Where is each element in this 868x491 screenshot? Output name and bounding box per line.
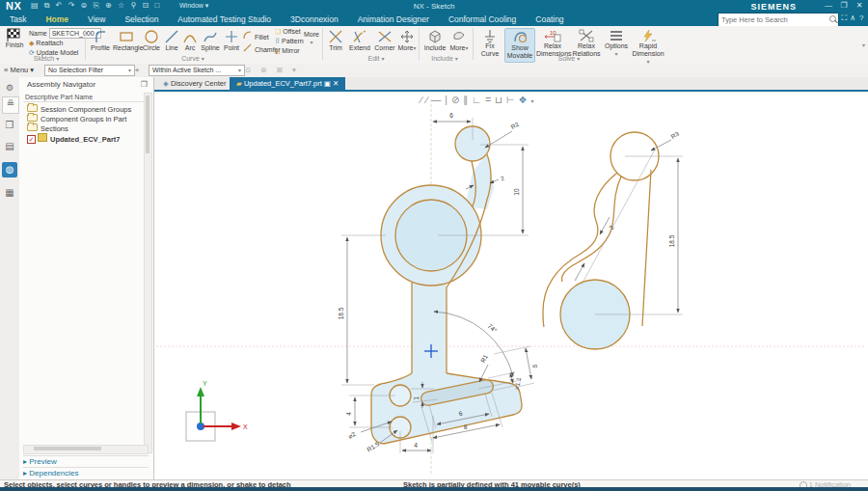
web-browser-icon[interactable]: ◍	[2, 162, 17, 177]
right-profile-curves[interactable]	[543, 132, 659, 349]
menu-button[interactable]: ≡ Menu ▾	[4, 66, 34, 74]
part-icon	[38, 133, 47, 142]
selection-filter-dropdown[interactable]: No Selection Filter ▾	[44, 65, 135, 76]
tab-coating[interactable]: Coating	[526, 13, 573, 26]
corner-icon	[377, 29, 393, 44]
roles-icon[interactable]: ▦	[2, 185, 17, 201]
svg-text:18.5[interactable]: 18.5	[338, 307, 344, 319]
minimize-button[interactable]: —	[822, 1, 835, 12]
tab-view[interactable]: View	[78, 13, 115, 26]
sketch-drawing[interactable]: 6 R2 2 10	[154, 92, 868, 479]
siemens-brand: SIEMENS	[750, 2, 797, 12]
tab-3dconnexion[interactable]: 3Dconnexion	[281, 13, 348, 26]
svg-text:R3[interactable]: R3	[669, 130, 680, 141]
help-icon[interactable]: ?	[859, 14, 868, 22]
line-icon	[164, 29, 179, 44]
collapse-ribbon-icon[interactable]: ∧	[850, 14, 855, 22]
tree-item-session-groups[interactable]: Session Component Groups	[27, 104, 143, 114]
line-button[interactable]: Line	[163, 29, 180, 52]
svg-text:4[interactable]: 4	[414, 442, 418, 449]
svg-text:=1.1[interactable]: =1.1	[513, 376, 523, 390]
selection-scope-dropdown[interactable]: Within Active Sketch ... ▾	[149, 65, 245, 76]
svg-text:R2[interactable]: R2	[509, 121, 520, 131]
corner-button[interactable]: Corner	[373, 29, 396, 52]
x-axis-label: X	[243, 423, 248, 430]
snap-icon[interactable]: ⌖	[135, 66, 139, 75]
relax-relations-button[interactable]: Relax Relations	[571, 29, 602, 58]
tab-animation-designer[interactable]: Animation Designer	[348, 13, 439, 26]
include-group-label[interactable]: Include ▾	[420, 55, 470, 62]
tab-task[interactable]: Task	[0, 13, 36, 26]
svg-text:5[interactable]: 5	[531, 364, 539, 368]
circle-button[interactable]: Circle	[141, 29, 162, 52]
reattach-button[interactable]: ◆ Reattach	[29, 39, 63, 48]
dependencies-panel-toggle[interactable]: ▸ Dependencies	[23, 467, 149, 479]
sketch-group-label[interactable]: Sketch ▾	[17, 55, 75, 62]
graphics-window[interactable]: ◈ Discovery Center ▰ Updated_ECV_Part7.p…	[154, 77, 868, 479]
mirror-button[interactable]: ◭ Mirror	[275, 46, 300, 56]
selection-extra-icons[interactable]: ⊙ ⊚ ⊞ ▾	[245, 66, 300, 74]
tab-part-file[interactable]: ▰ Updated_ECV_Part7.prt ▣ ✕	[230, 77, 345, 90]
origin-point	[197, 423, 204, 430]
search-icon[interactable]	[829, 14, 836, 24]
svg-text:18.5[interactable]: 18.5	[668, 234, 675, 247]
trim-button[interactable]: Trim	[325, 29, 346, 52]
svg-text:R1[interactable]: R1	[479, 353, 489, 364]
menu-bar: Task Home View Selection Automated Testi…	[0, 13, 868, 26]
fillet-button[interactable]: Fillet	[243, 31, 269, 42]
ribbon-expand-icon[interactable]: ▾	[862, 41, 865, 48]
show-movable-button[interactable]: Show Movable	[504, 28, 535, 63]
close-button[interactable]: ✕	[853, 1, 866, 12]
curve-group-label[interactable]: Curve ▾	[164, 55, 222, 62]
point-button[interactable]: Point	[223, 29, 240, 52]
options-button[interactable]: Options ▾	[604, 29, 629, 58]
solve-group-label[interactable]: Solve ▾	[545, 55, 593, 62]
float-panel-icon[interactable]: ❐	[141, 80, 148, 89]
part-navigator-icon[interactable]: ▤	[2, 139, 17, 154]
assembly-navigator-icon[interactable]: ≞	[2, 96, 19, 114]
search-input[interactable]	[718, 13, 839, 27]
constraint-navigator-icon[interactable]: ❒	[2, 118, 17, 133]
fix-curve-button[interactable]: Fix Curve	[476, 29, 503, 58]
name-label: Name	[29, 30, 47, 37]
restore-button[interactable]: ❐	[837, 1, 851, 12]
tree-item-sections[interactable]: Sections	[27, 123, 143, 133]
part-checkbox[interactable]: ✓	[27, 135, 36, 144]
extend-button[interactable]: Extend	[347, 29, 372, 52]
svg-text:4[interactable]: 4	[345, 412, 352, 416]
arc-button[interactable]: Arc	[182, 29, 198, 52]
pin-tab-icon[interactable]: ▣	[324, 79, 331, 88]
include-button[interactable]: Include	[421, 29, 448, 52]
edit-group-label[interactable]: Edit ▾	[352, 55, 400, 62]
tree-item-component-groups[interactable]: Component Groups in Part	[27, 114, 143, 123]
tree-column-header[interactable]: Descriptive Part Name	[23, 93, 147, 102]
tab-selection[interactable]: Selection	[115, 13, 168, 26]
edit-more-button[interactable]: More▾	[397, 29, 417, 52]
svg-text:6[interactable]: 6	[449, 112, 453, 119]
close-tab-icon[interactable]: ✕	[333, 79, 339, 88]
navigator-gear-icon[interactable]: ⚙	[2, 80, 17, 95]
relax-dimensions-button[interactable]: 10 Relax Dimensions	[536, 29, 569, 58]
tab-discovery-center[interactable]: ◈ Discovery Center	[156, 77, 232, 90]
svg-text:1[interactable]: 1	[413, 396, 420, 400]
offset-button[interactable]: ❏ Offset	[275, 27, 301, 37]
finish-sketch-button[interactable]: Finish	[2, 28, 27, 49]
navigator-horizontal-scrollbar[interactable]	[23, 445, 149, 454]
tree-item-active-part[interactable]: ✓Updated_ECV_Part7	[27, 133, 143, 143]
profile-button[interactable]: Profile	[88, 29, 113, 52]
curve-more-button[interactable]: More▾	[302, 31, 321, 46]
rapid-dimension-button[interactable]: Rapid Dimension ▾	[631, 29, 665, 66]
rectangle-button[interactable]: Rectangle	[113, 29, 140, 52]
tab-conformal-cooling[interactable]: Conformal Cooling	[439, 13, 526, 26]
navigator-vertical-scrollbar[interactable]	[144, 93, 152, 453]
svg-text:10[interactable]: 10	[513, 188, 520, 196]
svg-text:⌀2[interactable]: ⌀2	[347, 430, 357, 440]
svg-text:74°[interactable]: 74°	[487, 322, 499, 334]
fullscreen-icon[interactable]: ⛶	[841, 14, 847, 23]
pattern-button[interactable]: ⠿ Pattern	[275, 37, 304, 46]
include-more-button[interactable]: More▾	[449, 29, 469, 52]
spline-button[interactable]: Spline	[200, 29, 221, 52]
svg-text:2[interactable]: 2	[500, 175, 506, 182]
tab-automated-testing-studio[interactable]: Automated Testing Studio	[168, 13, 281, 26]
relax-dimensions-icon: 10	[544, 29, 561, 42]
